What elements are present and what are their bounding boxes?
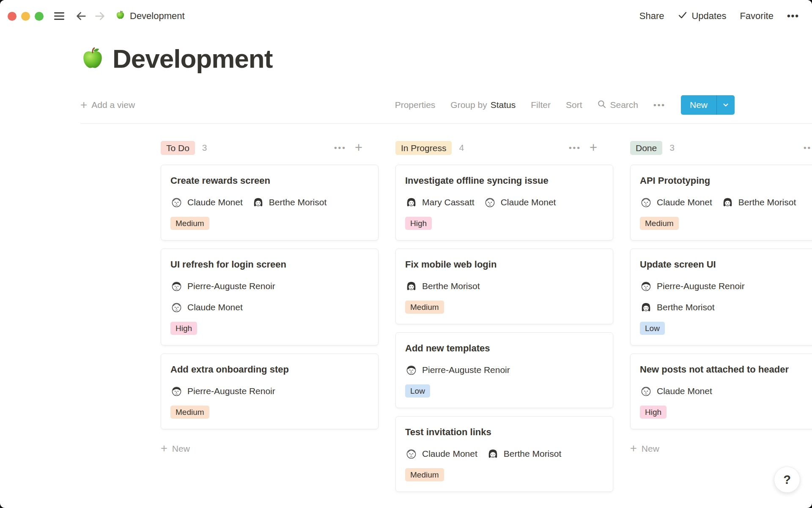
kanban-card[interactable]: UI refresh for login screen Pierre-Augus… bbox=[161, 248, 379, 345]
priority-tag-medium: Medium bbox=[640, 217, 679, 230]
man-dark-avatar-icon bbox=[405, 364, 417, 376]
man-dark-avatar-icon bbox=[170, 385, 183, 398]
assignee: Berthe Morisot bbox=[640, 300, 812, 315]
card-assignees: Pierre-Auguste Renoir Berthe Morisot bbox=[640, 279, 812, 315]
card-assignees: Pierre-Auguste Renoir Claude Monet bbox=[170, 279, 369, 315]
more-options-icon[interactable]: ••• bbox=[787, 11, 799, 22]
help-button[interactable]: ? bbox=[774, 467, 800, 493]
card-title: API Prototyping bbox=[640, 174, 812, 187]
kanban-card[interactable]: New posts not attached to header Claude … bbox=[630, 353, 812, 429]
card-title: Create rewards screen bbox=[170, 174, 369, 187]
assignee-name: Pierre-Auguste Renoir bbox=[657, 281, 745, 291]
kanban-card[interactable]: Update screen UI Pierre-Auguste Renoir B… bbox=[630, 248, 812, 345]
board-column-to-do: To Do 3 ••• + Create rewards screen Clau… bbox=[161, 140, 379, 492]
card-assignees: Pierre-Auguste Renoir bbox=[170, 384, 369, 399]
search-button[interactable]: Search bbox=[597, 99, 638, 111]
assignee-name: Berthe Morisot bbox=[422, 281, 480, 291]
check-icon bbox=[678, 10, 688, 22]
new-button[interactable]: New bbox=[681, 95, 735, 115]
column-status-pill[interactable]: To Do bbox=[161, 141, 195, 155]
sidebar-menu-icon[interactable] bbox=[53, 10, 66, 22]
breadcrumb[interactable]: Development bbox=[115, 10, 185, 22]
zoom-window-button[interactable] bbox=[35, 12, 44, 21]
assignee-name: Pierre-Auguste Renoir bbox=[187, 386, 275, 396]
column-count: 3 bbox=[202, 143, 207, 153]
card-assignees: Claude Monet Berthe Morisot bbox=[405, 446, 604, 461]
chevron-down-icon[interactable] bbox=[717, 95, 735, 115]
woman-bob-avatar-icon bbox=[252, 196, 264, 209]
column-more-icon[interactable]: ••• bbox=[569, 143, 581, 152]
filter-button[interactable]: Filter bbox=[531, 100, 551, 110]
column-add-icon[interactable]: + bbox=[355, 141, 362, 154]
priority-tag-high: High bbox=[640, 406, 667, 419]
group-by-button[interactable]: Group by Status bbox=[450, 100, 516, 110]
add-card-button[interactable]: + New bbox=[630, 442, 812, 455]
assignee-name: Pierre-Auguste Renoir bbox=[187, 281, 275, 291]
assignee: Berthe Morisot bbox=[405, 279, 480, 294]
card-title: Test invitation links bbox=[405, 426, 604, 439]
column-status-pill[interactable]: Done bbox=[630, 141, 662, 155]
column-header: To Do 3 ••• + bbox=[161, 140, 379, 155]
board-column-done: Done 3 ••• + API Prototyping Claude Mone… bbox=[630, 140, 812, 492]
toolbar-more-icon[interactable]: ••• bbox=[653, 100, 666, 110]
sort-button[interactable]: Sort bbox=[566, 100, 582, 110]
column-more-icon[interactable]: ••• bbox=[804, 143, 812, 152]
column-count: 4 bbox=[459, 143, 464, 153]
properties-button[interactable]: Properties bbox=[395, 100, 436, 110]
card-assignees: Claude Monet Berthe Morisot bbox=[170, 195, 369, 210]
add-card-button[interactable]: + New bbox=[161, 442, 379, 455]
plus-icon: + bbox=[80, 99, 87, 111]
card-title: Update screen UI bbox=[640, 258, 812, 271]
kanban-card[interactable]: Investigate offline syncing issue Mary C… bbox=[395, 165, 613, 240]
plus-icon: + bbox=[161, 442, 167, 455]
close-window-button[interactable] bbox=[8, 12, 16, 21]
kanban-board: To Do 3 ••• + Create rewards screen Clau… bbox=[80, 140, 812, 492]
window-controls bbox=[8, 12, 44, 21]
assignee-name: Claude Monet bbox=[657, 386, 712, 396]
assignee: Pierre-Auguste Renoir bbox=[170, 279, 369, 294]
man-light-avatar-icon bbox=[170, 301, 183, 314]
assignee: Claude Monet bbox=[484, 195, 556, 210]
column-more-icon[interactable]: ••• bbox=[334, 143, 346, 152]
man-light-avatar-icon bbox=[405, 448, 417, 460]
column-status-pill[interactable]: In Progress bbox=[395, 141, 452, 155]
priority-tag-high: High bbox=[170, 322, 197, 335]
assignee: Claude Monet bbox=[405, 446, 477, 461]
assignee-name: Claude Monet bbox=[657, 197, 712, 207]
woman-bob-avatar-icon bbox=[640, 301, 652, 314]
column-add-icon[interactable]: + bbox=[590, 141, 597, 154]
column-header: In Progress 4 ••• + bbox=[395, 140, 613, 155]
assignee: Claude Monet bbox=[170, 195, 243, 210]
assignee-name: Berthe Morisot bbox=[269, 197, 327, 207]
share-button[interactable]: Share bbox=[639, 11, 664, 22]
plus-icon: + bbox=[630, 442, 637, 455]
add-view-button[interactable]: + Add a view bbox=[80, 99, 135, 111]
card-title: Add new templates bbox=[405, 342, 604, 355]
kanban-card[interactable]: Add new templates Pierre-Auguste Renoir … bbox=[395, 332, 613, 408]
card-assignees: Berthe Morisot bbox=[405, 279, 604, 294]
kanban-card[interactable]: Fix mobile web login Berthe Morisot Medi… bbox=[395, 248, 613, 324]
minimize-window-button[interactable] bbox=[21, 12, 30, 21]
assignee-name: Mary Cassatt bbox=[422, 197, 475, 207]
assignee: Pierre-Auguste Renoir bbox=[405, 362, 510, 378]
updates-button[interactable]: Updates bbox=[678, 10, 726, 22]
kanban-card[interactable]: Add extra onboarding step Pierre-Auguste… bbox=[161, 353, 379, 429]
assignee-name: Claude Monet bbox=[422, 449, 477, 459]
view-toolbar: + Add a view Properties Group by Status … bbox=[80, 95, 812, 115]
priority-tag-medium: Medium bbox=[170, 217, 209, 230]
card-title: New posts not attached to header bbox=[640, 363, 812, 376]
kanban-card[interactable]: Test invitation links Claude Monet Berth… bbox=[395, 416, 613, 492]
priority-tag-low: Low bbox=[640, 322, 665, 335]
forward-arrow-icon[interactable] bbox=[93, 10, 106, 22]
man-light-avatar-icon bbox=[640, 385, 652, 398]
page-icon-apple[interactable] bbox=[80, 46, 105, 71]
page-header: Development bbox=[80, 41, 812, 75]
assignee-name: Berthe Morisot bbox=[504, 449, 562, 459]
man-light-avatar-icon bbox=[640, 196, 652, 209]
assignee: Mary Cassatt bbox=[405, 195, 475, 210]
kanban-card[interactable]: API Prototyping Claude Monet Berthe Mori… bbox=[630, 165, 812, 240]
favorite-button[interactable]: Favorite bbox=[740, 11, 773, 22]
back-arrow-icon[interactable] bbox=[75, 10, 88, 22]
kanban-card[interactable]: Create rewards screen Claude Monet Berth… bbox=[161, 165, 379, 240]
assignee: Claude Monet bbox=[640, 384, 712, 399]
